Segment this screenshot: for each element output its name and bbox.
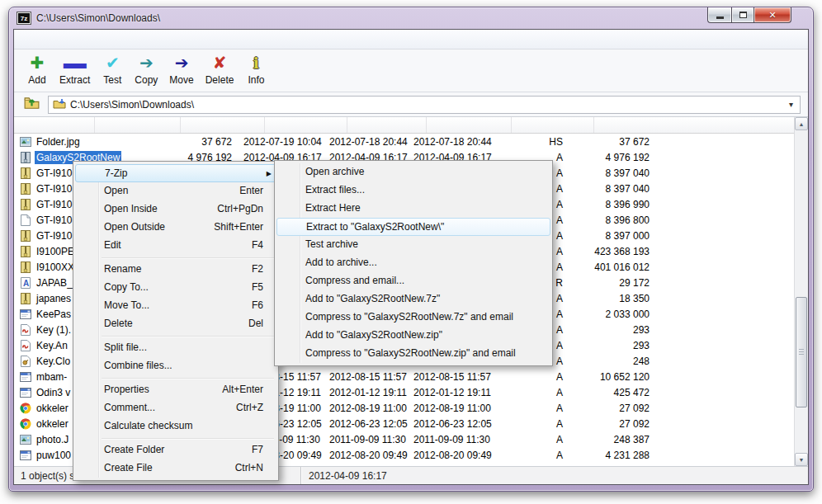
picture-icon — [19, 135, 31, 148]
context-menu-item[interactable]: Delete Del ▶ — [73, 315, 278, 333]
toolbar-button[interactable]: ✔ Test — [96, 52, 129, 87]
menu-item-label: Open — [104, 185, 128, 196]
submenu-item[interactable]: Add to archive... — [275, 254, 552, 272]
file-packed-size: 8 396 990 — [569, 199, 654, 210]
context-menu-item[interactable]: Comment... Ctrl+Z ▶ — [73, 399, 278, 417]
file-name: okkeler — [35, 402, 70, 415]
context-menu-item[interactable]: Create File Ctrl+N ▶ — [73, 459, 278, 478]
address-combobox[interactable]: C:\Users\Simon\Downloads\ ▾ — [48, 96, 801, 114]
column-header[interactable] — [265, 117, 347, 133]
file-name: Folder.jpg — [35, 135, 82, 148]
submenu-item[interactable]: Add to "GalaxyS2RootNew.7z" — [275, 290, 552, 309]
menu-item-label: Comment... — [104, 402, 155, 413]
toolbar-button[interactable]: ➔ Copy — [129, 52, 163, 87]
archive-icon — [19, 182, 31, 195]
context-menu-item[interactable]: Open Outside Shift+Enter ▶ — [73, 219, 278, 237]
table-row[interactable]: Folder.jpg 37 672 2012-07-19 10:04 2012-… — [14, 134, 808, 149]
column-header[interactable] — [347, 117, 427, 133]
file-name: GT-I910 — [35, 182, 73, 195]
menu-item-label: Delete — [104, 318, 133, 329]
column-header[interactable] — [14, 117, 95, 133]
file-name: japanes — [35, 292, 73, 305]
application-icon — [19, 449, 31, 461]
file-packed-size: 248 387 — [569, 434, 654, 445]
toolbar-button[interactable]: i Info — [239, 52, 272, 87]
column-header[interactable] — [95, 117, 181, 133]
maximize-button[interactable] — [731, 7, 754, 23]
menu-item-label: Extract to "GalaxyS2RootNew\" — [306, 221, 444, 233]
menubar-item[interactable] — [49, 37, 64, 42]
menu-item-label: Move To... — [104, 299, 149, 311]
chevron-down-icon[interactable]: ▾ — [787, 100, 796, 109]
svg-text:A: A — [23, 279, 29, 288]
context-menu-item[interactable]: Rename F2 ▶ — [73, 261, 278, 279]
file-packed-size: 293 — [569, 340, 654, 351]
menu-item-shortcut: Shift+Enter — [214, 219, 263, 236]
file-packed-size: 2 033 000 — [569, 309, 654, 320]
submenu-item[interactable]: Open archive — [275, 163, 552, 181]
toolbar-button[interactable]: ▬ Extract — [54, 52, 96, 87]
archive-icon — [19, 167, 31, 179]
file-created: 2012-07-18 20:44 — [323, 136, 407, 148]
submenu-item[interactable]: Extract to "GalaxyS2RootNew\" — [276, 218, 550, 236]
toolbar-button[interactable]: ✘ Delete — [200, 52, 240, 87]
column-header[interactable] — [594, 117, 796, 133]
file-name: GT-I910 — [35, 229, 73, 243]
context-menu-item[interactable]: Calculate checksum ▶ — [73, 417, 278, 436]
submenu-item[interactable]: Test archive — [275, 236, 552, 254]
menubar-item[interactable] — [19, 37, 34, 42]
submenu-item[interactable]: Extract Here — [275, 200, 552, 218]
scroll-down-button[interactable]: ▼ — [795, 453, 808, 466]
file-name: GT-I910 — [35, 214, 73, 227]
menu-item-label: Add to "GalaxyS2RootNew.zip" — [305, 329, 442, 341]
menu-item-label: Create File — [104, 462, 153, 473]
minimize-button[interactable] — [707, 7, 731, 23]
titlebar[interactable]: 7z C:\Users\Simon\Downloads\ ✕ — [9, 7, 813, 29]
submenu-item[interactable]: Add to "GalaxyS2RootNew.zip" — [275, 327, 552, 345]
submenu-item[interactable]: Compress to "GalaxyS2RootNew.7z" and ema… — [275, 309, 552, 327]
application-icon — [19, 308, 31, 320]
menubar-item[interactable] — [93, 37, 108, 42]
menu-item-shortcut: Ctrl+PgDn — [217, 200, 263, 218]
context-menu-item[interactable]: Properties Alt+Enter ▶ — [73, 381, 278, 399]
toolbar-button[interactable]: ➔ Move — [163, 52, 199, 87]
submenu-item[interactable]: Compress to "GalaxyS2RootNew.zip" and em… — [275, 345, 552, 363]
context-menu-item[interactable]: Move To... F6 ▶ — [73, 297, 278, 315]
close-button[interactable]: ✕ — [754, 7, 791, 23]
toolbar-button[interactable]: ✚ Add — [21, 52, 54, 87]
context-menu-item[interactable]: Open Inside Ctrl+PgDn ▶ — [73, 200, 278, 219]
column-header[interactable] — [427, 117, 512, 133]
menu-item-label: Split file... — [104, 341, 147, 353]
file-attributes: A — [489, 403, 569, 414]
file-name: mbam- — [35, 370, 68, 384]
context-menu-item[interactable]: Split file... ▶ — [73, 339, 278, 357]
file-packed-size: 425 472 — [569, 387, 654, 398]
file-name: I9100XX — [35, 261, 76, 274]
menu-item-label: Compress and email... — [305, 275, 404, 286]
scrollbar-thumb[interactable] — [796, 297, 807, 407]
context-menu-item[interactable]: Edit F4 ▶ — [73, 237, 278, 255]
menubar-item[interactable] — [78, 37, 93, 42]
context-menu-item[interactable]: Combine files... ▶ — [73, 357, 278, 375]
file-created: 2012-08-15 11:57 — [323, 371, 407, 383]
maximize-icon — [739, 12, 747, 18]
file-name: Key.An — [35, 339, 69, 352]
7zip-submenu: Open archive Extract files... Extract He… — [274, 160, 553, 366]
menubar-item[interactable] — [64, 37, 78, 42]
test-icon: ✔ — [102, 52, 123, 73]
column-header[interactable] — [512, 117, 594, 133]
parent-folder-button[interactable] — [20, 96, 43, 114]
minimize-icon — [716, 16, 724, 19]
scroll-up-button[interactable]: ▲ — [795, 117, 808, 130]
context-menu-item[interactable]: Open Enter ▶ — [73, 182, 278, 200]
add-icon: ✚ — [26, 52, 48, 73]
vertical-scrollbar[interactable]: ▲ ▼ — [794, 117, 808, 466]
menubar-item[interactable] — [34, 37, 49, 42]
context-menu-item[interactable]: 7-Zip ▶ — [75, 164, 276, 182]
addressbar: C:\Users\Simon\Downloads\ ▾ — [14, 92, 808, 117]
context-menu-item[interactable]: Copy To... F5 ▶ — [73, 279, 278, 297]
context-menu-item[interactable]: Create Folder F7 ▶ — [73, 441, 278, 459]
submenu-item[interactable]: Compress and email... — [275, 272, 552, 290]
submenu-item[interactable]: Extract files... — [275, 181, 552, 200]
column-header[interactable] — [181, 117, 265, 133]
